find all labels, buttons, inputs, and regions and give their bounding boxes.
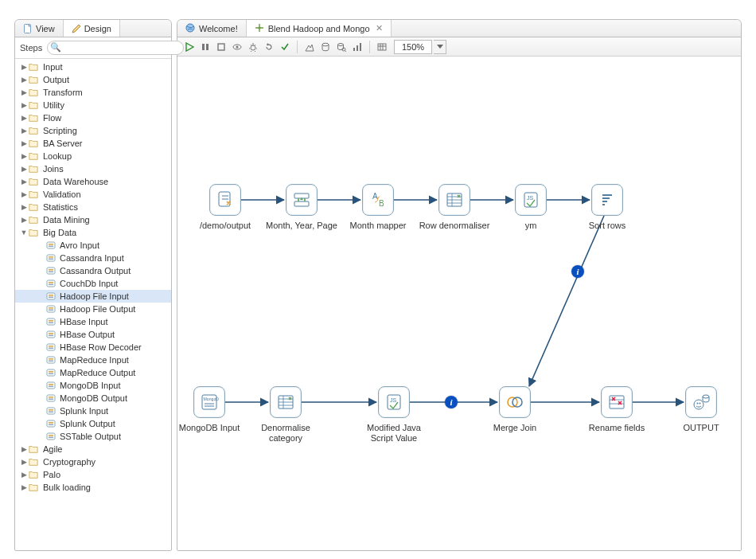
step-demo-output[interactable]: /demo/output [187, 184, 263, 231]
preview-button[interactable] [230, 40, 244, 54]
folder-icon [29, 215, 40, 225]
left-panel: View Design Steps 🔍 ▶Input▶Output▶Tra [14, 19, 172, 551]
step-icon [45, 393, 57, 403]
svg-rect-32 [49, 333, 53, 334]
step-mjsv[interactable]: JS Modified Java Script Value [356, 386, 432, 443]
search-input[interactable] [47, 41, 184, 55]
svg-rect-41 [49, 371, 53, 373]
tree-folder[interactable]: ▶Input [15, 61, 171, 73]
tree-folder[interactable]: ▶Joins [15, 162, 171, 175]
step-output[interactable]: OUTPUT [663, 386, 739, 433]
step-merge-join[interactable]: Merge Join [477, 386, 553, 433]
svg-rect-33 [49, 335, 53, 337]
tree-folder[interactable]: ▶Utility [15, 99, 171, 111]
tree-folder-label: Input [43, 62, 62, 72]
sql-button[interactable] [318, 40, 333, 54]
step-row-denormaliser[interactable]: Row denormaliser [416, 184, 493, 231]
disclosure-icon: ▶ [20, 178, 28, 186]
pause-button[interactable] [198, 40, 212, 54]
tree-leaf[interactable]: CouchDb Input [15, 277, 171, 290]
step-mongodb-input[interactable]: MongoDB MongoDB Input [177, 386, 247, 433]
svg-rect-50 [49, 409, 53, 411]
canvas[interactable]: i i /demo/output Month, Year, Page AB Mo… [177, 57, 741, 550]
debug-button[interactable] [246, 40, 260, 54]
tree-leaf[interactable]: Hadoop File Input [15, 290, 171, 303]
stop-button[interactable] [214, 40, 228, 54]
app-root: View Design Steps 🔍 ▶Input▶Output▶Tra [0, 0, 756, 559]
tree-folder[interactable]: ▶Scripting [15, 124, 171, 137]
tree-folder-label: Cryptography [43, 457, 95, 467]
tab-job[interactable]: Blend Hadoop and Mongo ✕ [247, 20, 392, 37]
tree-leaf[interactable]: MongoDB Output [15, 392, 171, 405]
tree-leaf[interactable]: Hadoop File Output [15, 303, 171, 315]
close-icon[interactable]: ✕ [376, 23, 383, 33]
tree-leaf[interactable]: HBase Row Decoder [15, 341, 171, 354]
svg-point-59 [258, 26, 260, 29]
zoom-dropdown[interactable] [434, 40, 446, 54]
svg-rect-18 [49, 272, 53, 273]
step-label: Sort rows [589, 221, 625, 231]
tree-leaf[interactable]: Splunk Output [15, 417, 171, 430]
steps-tree[interactable]: ▶Input▶Output▶Transform▶Utility▶Flow▶Scr… [15, 59, 171, 550]
step-ym[interactable]: JS ym [493, 184, 569, 231]
tree-folder[interactable]: ▶Statistics [15, 201, 171, 213]
tree-folder[interactable]: ▶Flow [15, 111, 171, 124]
step-denormalise-category[interactable]: Denormalise category [247, 386, 324, 443]
disclosure-icon: ▶ [20, 445, 28, 453]
tree-leaf[interactable]: Avro Input [15, 239, 171, 252]
tab-welcome[interactable]: Welcome! [177, 20, 247, 37]
tree-folder[interactable]: ▶Agile [15, 443, 171, 455]
tree-leaf[interactable]: HBase Output [15, 328, 171, 341]
right-panel: Welcome! Blend Hadoop and Mongo ✕ [177, 19, 742, 551]
tree-leaf[interactable]: MapReduce Output [15, 366, 171, 379]
tab-design[interactable]: Design [64, 20, 120, 37]
tree-leaf[interactable]: MongoDB Input [15, 379, 171, 392]
step-icon [45, 330, 57, 339]
info-badge[interactable]: i [571, 265, 584, 278]
svg-rect-27 [49, 310, 53, 311]
zoom-value[interactable]: 150% [394, 40, 432, 54]
replay-button[interactable] [262, 40, 276, 54]
tree-folder[interactable]: ▶Bulk loading [15, 481, 171, 494]
globe-icon [185, 23, 195, 34]
tree-leaf[interactable]: Splunk Input [15, 405, 171, 417]
show-results-button[interactable] [375, 40, 389, 54]
tree-leaf[interactable]: SSTable Output [15, 430, 171, 443]
impact-button[interactable] [302, 40, 317, 54]
step-icon [45, 368, 57, 377]
tree-folder-label: Statistics [43, 202, 78, 212]
tree-folder[interactable]: ▶Validation [15, 188, 171, 201]
tab-view[interactable]: View [15, 20, 64, 37]
tree-leaf[interactable]: Cassandra Input [15, 252, 171, 264]
tree-leaf-label: Cassandra Input [60, 253, 124, 263]
svg-line-78 [529, 216, 604, 386]
disclosure-icon: ▶ [20, 127, 28, 135]
step-month-mapper[interactable]: AB Month mapper [340, 184, 416, 231]
info-badge[interactable]: i [445, 396, 458, 408]
tree-folder[interactable]: ▶Data Warehouse [15, 175, 171, 188]
analyse-button[interactable] [350, 40, 364, 54]
tree-folder[interactable]: ▶Transform [15, 86, 171, 99]
tree-leaf[interactable]: MapReduce Input [15, 354, 171, 366]
step-month-year-page[interactable]: Month, Year, Page [263, 184, 340, 231]
step-sort-rows[interactable]: Sort rows [569, 184, 645, 231]
step-label: OUTPUT [683, 423, 719, 433]
tree-folder[interactable]: ▶Palo [15, 468, 171, 481]
tree-leaf[interactable]: Cassandra Output [15, 264, 171, 277]
run-button[interactable] [182, 40, 197, 54]
tree-folder-label: Bulk loading [43, 483, 91, 492]
step-rename-fields[interactable]: Rename fields [579, 386, 655, 433]
tree-folder[interactable]: ▶BA Server [15, 137, 171, 150]
tree-folder[interactable]: ▶Output [15, 73, 171, 86]
tree-folder[interactable]: ▶Cryptography [15, 455, 171, 468]
tree-leaf[interactable]: HBase Input [15, 315, 171, 328]
tree-folder[interactable]: ▶Lookup [15, 150, 171, 162]
explore-db-button[interactable] [334, 40, 349, 54]
disclosure-icon: ▶ [20, 471, 28, 479]
canvas-scroll[interactable]: i i /demo/output Month, Year, Page AB Mo… [177, 57, 741, 550]
tree-folder[interactable]: ▼Big Data [15, 226, 171, 239]
tree-folder[interactable]: ▶Data Mining [15, 213, 171, 226]
tab-view-label: View [36, 24, 55, 33]
verify-button[interactable] [278, 40, 292, 54]
tree-leaf-label: MongoDB Input [60, 381, 120, 390]
